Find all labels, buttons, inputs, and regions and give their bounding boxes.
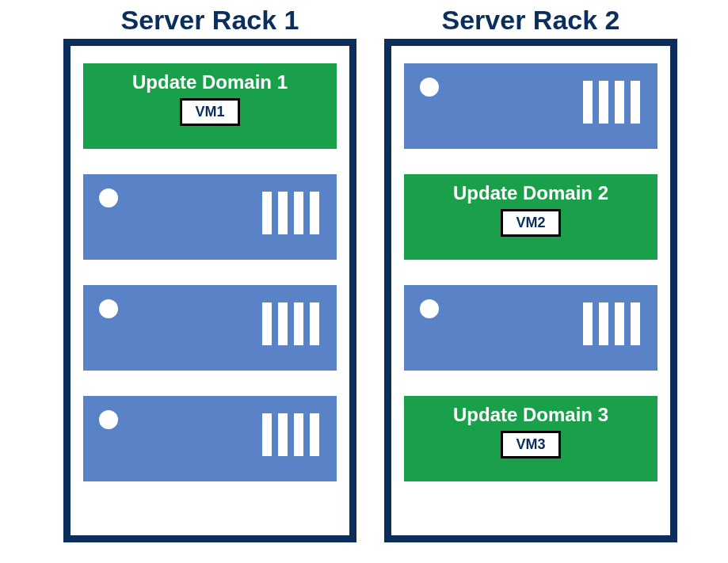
server-slot (83, 285, 337, 371)
rack-title-1: Server Rack 1 (121, 5, 299, 36)
rack-box-2: Update Domain 2 VM2 Update Domain 3 VM3 (384, 39, 677, 542)
update-domain-slot: Update Domain 1 VM1 (83, 63, 337, 149)
server-slot (83, 396, 337, 481)
server-led-icon (99, 410, 118, 429)
server-vent-icon (583, 302, 640, 345)
update-domain-slot: Update Domain 2 VM2 (404, 174, 657, 260)
vm-box: VM3 (501, 431, 561, 458)
update-domain-label: Update Domain 1 (132, 71, 288, 93)
server-slot (404, 63, 657, 149)
rack-title-2: Server Rack 2 (442, 5, 620, 36)
server-led-icon (420, 299, 439, 318)
vm-box: VM1 (180, 98, 240, 126)
server-vent-icon (262, 413, 319, 456)
server-led-icon (99, 299, 118, 318)
update-domain-slot: Update Domain 3 VM3 (404, 396, 657, 481)
server-led-icon (99, 188, 118, 207)
server-vent-icon (262, 192, 319, 234)
server-slot (83, 174, 337, 260)
racks-container: Server Rack 1 Update Domain 1 VM1 Server… (0, 0, 728, 542)
update-domain-label: Update Domain 2 (453, 182, 608, 204)
vm-box: VM2 (501, 209, 561, 237)
server-led-icon (420, 78, 439, 97)
update-domain-label: Update Domain 3 (453, 404, 608, 426)
rack-column-1: Server Rack 1 Update Domain 1 VM1 (63, 5, 356, 542)
server-slot (404, 285, 657, 371)
server-vent-icon (262, 302, 319, 345)
rack-column-2: Server Rack 2 Update Domain 2 VM2 Update… (384, 5, 677, 542)
server-vent-icon (583, 81, 640, 124)
rack-box-1: Update Domain 1 VM1 (63, 39, 356, 542)
